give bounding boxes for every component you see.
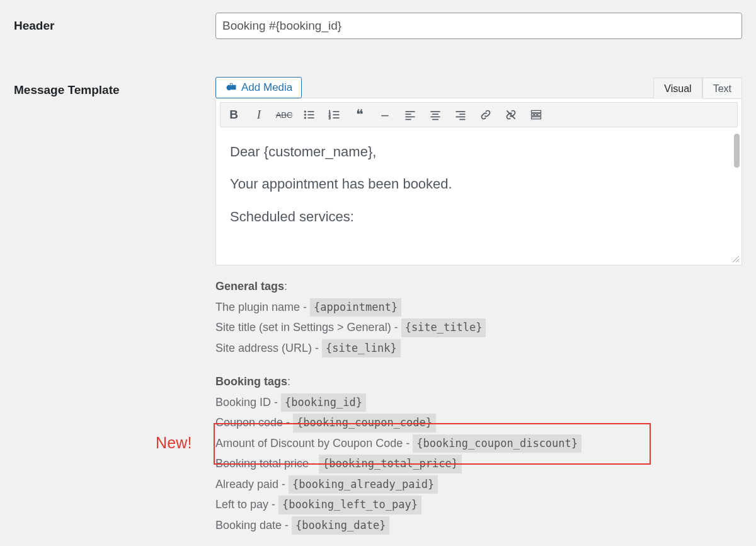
header-label: Header xyxy=(14,13,215,33)
svg-point-5 xyxy=(304,114,306,116)
link-button[interactable] xyxy=(479,108,493,122)
tag-row: Booking ID - {booking_id} xyxy=(215,393,742,413)
align-left-button[interactable] xyxy=(403,108,417,122)
tag-row: Already paid - {booking_already_paid} xyxy=(215,475,742,495)
booking-tags-title: Booking tags xyxy=(215,375,287,388)
svg-line-35 xyxy=(738,262,739,262)
editor-toolbar: B I ABC 123 ❝ – xyxy=(220,102,738,127)
editor-content[interactable]: Dear {customer_name}, Your appointment h… xyxy=(216,127,742,265)
blockquote-button[interactable]: ❝ xyxy=(353,108,367,122)
svg-point-7 xyxy=(304,117,306,119)
new-label: New! xyxy=(156,434,192,452)
tag-row: Left to pay - {booking_left_to_pay} xyxy=(215,495,742,515)
svg-point-3 xyxy=(304,111,306,113)
rich-editor: B I ABC 123 ❝ – xyxy=(215,98,742,265)
tag-pill[interactable]: {booking_date} xyxy=(292,516,389,535)
tab-text[interactable]: Text xyxy=(702,78,742,99)
tag-pill[interactable]: {booking_left_to_pay} xyxy=(278,496,421,514)
tags-help: General tags: The plugin name - {appoint… xyxy=(215,277,742,535)
tag-row: Site address (URL) - {site_link} xyxy=(215,339,742,359)
strike-button[interactable]: ABC xyxy=(277,108,291,122)
tag-pill[interactable]: {site_link} xyxy=(322,339,401,358)
editor-line: Scheduled services: xyxy=(230,205,728,228)
media-icon xyxy=(225,81,238,94)
hr-button[interactable]: – xyxy=(378,108,392,122)
editor-line: Your appointment has been booked. xyxy=(230,172,728,195)
add-media-button[interactable]: Add Media xyxy=(215,77,302,98)
svg-rect-28 xyxy=(532,110,541,112)
tag-pill[interactable]: {booking_id} xyxy=(281,393,366,412)
tab-visual[interactable]: Visual xyxy=(653,78,702,99)
align-right-button[interactable] xyxy=(454,108,467,122)
tag-row: The plugin name - {appointment} xyxy=(215,298,742,318)
svg-rect-29 xyxy=(532,113,534,115)
unlink-button[interactable] xyxy=(504,108,518,122)
tag-pill[interactable]: {booking_already_paid} xyxy=(289,475,438,494)
bold-button[interactable]: B xyxy=(227,108,241,122)
svg-rect-2 xyxy=(230,83,232,85)
scrollbar-thumb[interactable] xyxy=(734,134,740,168)
svg-rect-31 xyxy=(538,113,541,115)
header-input[interactable] xyxy=(215,13,742,39)
bullet-list-button[interactable] xyxy=(302,108,316,122)
align-center-button[interactable] xyxy=(428,108,442,122)
kitchen-sink-button[interactable] xyxy=(529,108,543,122)
editor-line: Dear {customer_name}, xyxy=(230,140,728,163)
tag-row: Amount of Discount by Coupon Code - {boo… xyxy=(215,434,742,454)
numbered-list-button[interactable]: 123 xyxy=(328,108,341,122)
tag-row: Coupon code - {booking_coupon_code} xyxy=(215,413,742,433)
svg-rect-32 xyxy=(532,117,541,119)
svg-rect-30 xyxy=(535,113,537,115)
tag-pill[interactable]: {booking_total_price} xyxy=(319,455,462,473)
svg-line-33 xyxy=(733,256,739,262)
tag-pill[interactable]: {booking_coupon_code} xyxy=(293,414,436,433)
tag-row: Booking total price - {booking_total_pri… xyxy=(215,454,742,474)
resize-handle-icon[interactable] xyxy=(731,255,740,264)
tag-pill[interactable]: {site_title} xyxy=(401,318,486,337)
tag-row: Booking date - {booking_date} xyxy=(215,516,742,536)
tag-pill[interactable]: {appointment} xyxy=(310,298,401,317)
svg-text:3: 3 xyxy=(329,116,331,120)
tag-pill[interactable]: {booking_coupon_discount} xyxy=(413,434,581,453)
message-template-label: Message Template xyxy=(14,77,215,97)
general-tags-title: General tags xyxy=(215,280,284,293)
tag-row: Site title (set in Settings > General) -… xyxy=(215,318,742,338)
add-media-label: Add Media xyxy=(241,81,292,94)
italic-button[interactable]: I xyxy=(252,108,266,122)
